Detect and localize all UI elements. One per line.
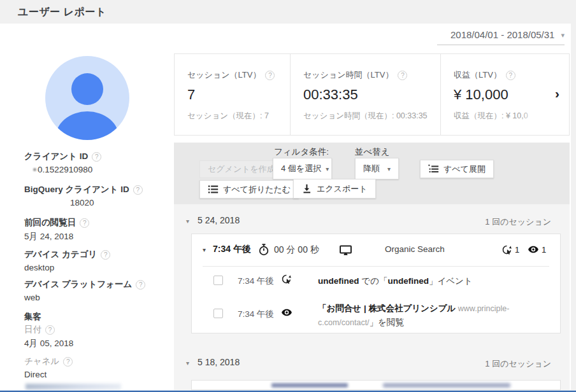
chevron-right-icon[interactable]: ›	[555, 86, 559, 101]
expand-list-icon	[428, 164, 439, 174]
divider	[203, 266, 549, 267]
filter-label: フィルタ条件:	[274, 146, 329, 158]
session-group-date: 5 24, 2018	[198, 215, 240, 225]
sessions-current-value: セッション（現在）: 7	[187, 111, 290, 122]
page-header: ユーザー レポート	[0, 0, 576, 24]
bigquery-client-id-label: BigQuery クライアント ID	[24, 184, 129, 195]
stat-card-sessions: セッション（LTV） ? 7 セッション（現在）: 7	[175, 54, 290, 135]
help-icon[interactable]: ?	[133, 185, 143, 195]
profile-field-channel: チャネル ? Direct	[24, 356, 172, 379]
profile-field-device-category: デバイス カテゴリ ? desktop	[24, 249, 172, 272]
eye-icon	[528, 244, 539, 255]
client-id-value: 0.1522910980	[24, 165, 172, 174]
help-icon[interactable]: ?	[101, 250, 110, 260]
sort-select-value: 降順	[363, 163, 380, 174]
lifetime-stats: セッション（LTV） ? 7 セッション（現在）: 7 セッション時間（LTV）…	[174, 53, 570, 136]
controls-bar: フィルタ条件: 並べ替え セグメントを作成 4 個を選択 ▾ 降順 ▾	[174, 143, 570, 204]
help-icon[interactable]: ?	[506, 71, 515, 80]
session-card: ▾ 7:34 午後 00 分 00 秒 Organic Search	[191, 234, 561, 333]
triangle-down-icon[interactable]: ▾	[186, 360, 189, 367]
hit-description: 「お問合せ | 株式会社プリンシプル www.principle-c.com/c…	[318, 302, 555, 330]
device-category-value: desktop	[24, 263, 172, 272]
help-icon[interactable]: ?	[92, 152, 101, 162]
profile-field-last-seen: 前回の閲覧日 ? 5月 24, 2018	[24, 217, 172, 242]
filter-select[interactable]: 4 個を選択 ▾	[273, 158, 332, 179]
stat-card-revenue: 収益（LTV） ? ¥ 10,000 収益（現在）: ¥ 10,0 ›	[440, 54, 569, 135]
event-icon	[281, 274, 292, 284]
expand-all-button[interactable]: すべて展開	[420, 160, 494, 178]
acquisition-date-value: 4月 05, 2018	[24, 338, 172, 349]
help-icon[interactable]: ?	[45, 325, 55, 335]
triangle-down-icon[interactable]: ▾	[203, 246, 206, 253]
desktop-icon	[339, 244, 352, 256]
profile-field-bigquery-client-id: BigQuery クライアント ID ? 18020	[24, 184, 172, 207]
profile-field-device-platform: デバイス プラットフォーム ? web	[24, 279, 172, 302]
chevron-down-icon: ▾	[561, 29, 565, 39]
device-platform-label: デバイス プラットフォーム	[24, 279, 132, 290]
client-id-label: クライアント ID	[24, 151, 88, 162]
help-icon[interactable]: ?	[63, 357, 73, 367]
bigquery-client-id-value: 18020	[24, 198, 172, 207]
profile-field-acquisition-date: 日付 ? 4月 05, 2018	[24, 324, 172, 349]
session-duration: 00 分 00 秒	[274, 244, 319, 256]
help-icon[interactable]: ?	[398, 71, 407, 80]
session-channel: Organic Search	[385, 244, 445, 254]
collapse-all-button[interactable]: すべて折りたたむ	[199, 180, 299, 199]
sessions-ltv-label: セッション（LTV）	[187, 69, 261, 81]
session-duration-current-value: セッション時間（現在）: 00:33:35	[303, 111, 440, 122]
page-title: ユーザー レポート	[0, 0, 576, 19]
sort-label: 並べ替え	[355, 146, 390, 158]
profile-field-client-id: クライアント ID ? 0.1522910980	[24, 151, 172, 174]
collapse-list-icon	[208, 184, 219, 195]
hit-row-checkbox[interactable]	[213, 309, 223, 318]
help-icon[interactable]: ?	[265, 71, 275, 80]
hit-time: 7:34 午後	[238, 309, 274, 320]
last-seen-label: 前回の閲覧日	[24, 217, 76, 228]
scroll-gutter	[571, 24, 576, 390]
sessions-ltv-value: 7	[187, 87, 290, 103]
help-icon[interactable]: ?	[80, 218, 89, 228]
channel-value: Direct	[24, 370, 172, 379]
eye-icon	[281, 307, 292, 318]
export-button[interactable]: エクスポート	[293, 179, 376, 199]
session-group-count: 1 回のセッション	[485, 216, 551, 228]
main-panel: 2018/04/01 - 2018/05/31 ▾ クライアント ID ? 0.…	[0, 24, 571, 390]
session-group-date: 5 18, 2018	[198, 357, 240, 367]
session-time: 7:34 午後	[213, 244, 251, 255]
date-range-value: 2018/04/01 - 2018/05/31	[450, 29, 554, 40]
redacted-smudge	[33, 168, 36, 171]
avatar-head-shape	[71, 73, 103, 105]
revenue-current-value: 収益（現在）: ¥ 10,0	[454, 111, 531, 122]
session-group-header[interactable]: ▾ 5 18, 2018 1 回のセッション	[174, 357, 570, 370]
acquisition-date-label: 日付	[24, 324, 41, 335]
session-event-count: 1	[515, 245, 519, 255]
revenue-ltv-label: 収益（LTV）	[454, 69, 501, 81]
create-segment-button[interactable]: セグメントを作成	[199, 160, 284, 178]
session-pageview-count: 1	[542, 245, 546, 255]
stopwatch-icon	[257, 243, 270, 256]
session-group-count: 1 回のセッション	[485, 358, 551, 370]
hit-time: 7:34 午後	[238, 276, 274, 287]
download-icon	[301, 183, 312, 194]
user-avatar	[45, 56, 129, 140]
device-platform-value: web	[24, 293, 172, 302]
sessions-list: ▾ 5 24, 2018 1 回のセッション ▾ 7:34 午後 00 分 00…	[174, 204, 570, 390]
triangle-down-icon[interactable]: ▾	[186, 218, 189, 225]
date-range-picker[interactable]: 2018/04/01 - 2018/05/31 ▾	[437, 29, 565, 45]
sort-select[interactable]: 降順 ▾	[355, 158, 399, 179]
help-icon[interactable]: ?	[136, 280, 145, 290]
acquisition-section-title: 集客	[24, 311, 41, 323]
clipped-profile-field	[25, 384, 121, 389]
filter-select-value: 4 個を選択	[281, 163, 321, 174]
hit-row-checkbox[interactable]	[213, 276, 223, 285]
chevron-down-icon: ▾	[387, 165, 391, 172]
avatar-torso-shape	[55, 111, 119, 140]
session-duration-ltv-value: 00:33:35	[303, 87, 440, 103]
clipped-session-card	[191, 380, 561, 390]
session-group-header[interactable]: ▾ 5 24, 2018 1 回のセッション	[174, 215, 570, 228]
channel-label: チャネル	[24, 356, 59, 367]
session-duration-ltv-label: セッション時間（LTV）	[303, 69, 393, 81]
event-icon	[501, 244, 512, 255]
chevron-down-icon: ▾	[326, 165, 329, 172]
device-category-label: デバイス カテゴリ	[24, 249, 97, 260]
